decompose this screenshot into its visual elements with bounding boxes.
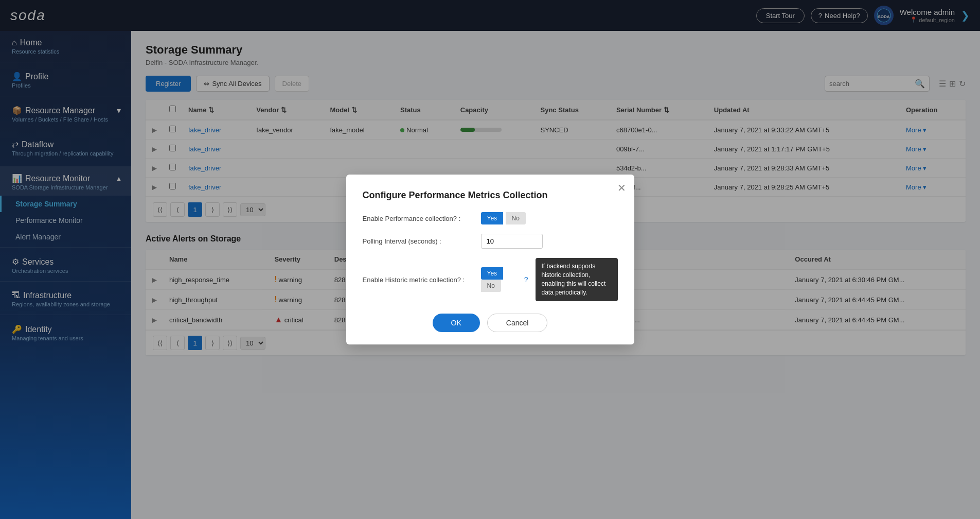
historic-help-icon[interactable]: ? xyxy=(524,275,528,284)
enable-historic-label: Enable Historic metric collection? : xyxy=(363,276,476,284)
enable-historic-toggle: Yes No xyxy=(481,267,519,292)
enable-historic-yes-btn[interactable]: Yes xyxy=(481,267,504,280)
polling-interval-field: Polling Interval (seconds) : xyxy=(363,234,618,249)
enable-perf-field: Enable Performance collection? : Yes No xyxy=(363,212,618,224)
polling-interval-label: Polling Interval (seconds) : xyxy=(363,237,476,245)
modal-overlay[interactable]: ✕ Configure Performance Metrics Collecti… xyxy=(0,0,980,519)
enable-historic-no-btn[interactable]: No xyxy=(481,280,501,292)
enable-perf-toggle: Yes No xyxy=(481,212,526,224)
enable-historic-field: Enable Historic metric collection? : Yes… xyxy=(363,258,618,301)
modal-ok-button[interactable]: OK xyxy=(433,314,480,332)
enable-perf-no-btn[interactable]: No xyxy=(506,212,526,224)
modal-title: Configure Performance Metrics Collection xyxy=(363,190,618,201)
historic-tooltip: If backend supports historic collection,… xyxy=(536,258,618,301)
enable-perf-label: Enable Performance collection? : xyxy=(363,215,476,222)
enable-perf-yes-btn[interactable]: Yes xyxy=(481,212,504,224)
modal-cancel-button[interactable]: Cancel xyxy=(487,314,548,332)
modal-footer: OK Cancel xyxy=(363,314,618,332)
modal-close-button[interactable]: ✕ xyxy=(617,182,626,194)
polling-interval-input[interactable] xyxy=(481,234,543,249)
configure-perf-modal: ✕ Configure Performance Metrics Collecti… xyxy=(346,175,634,344)
